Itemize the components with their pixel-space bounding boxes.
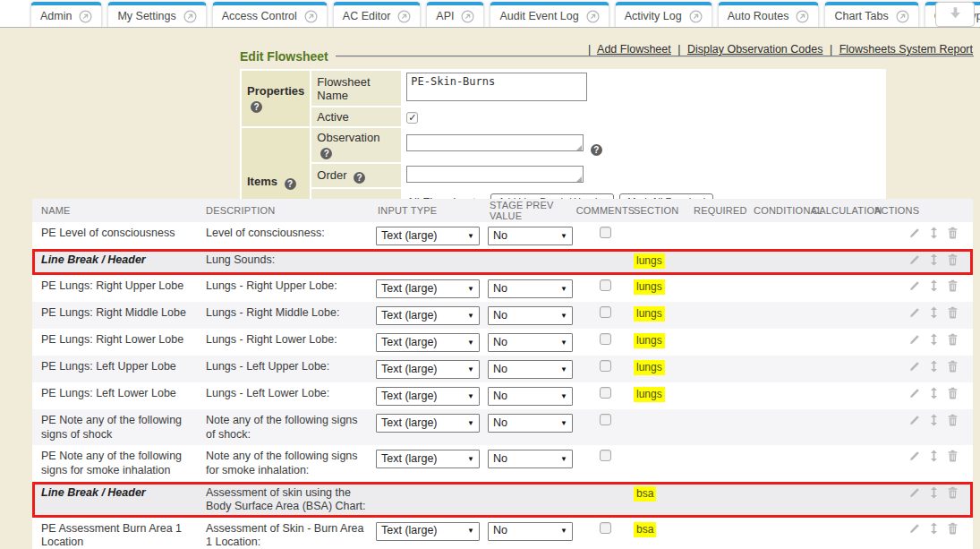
edit-pencil-icon[interactable] (908, 450, 921, 462)
edit-pencil-icon[interactable] (908, 306, 921, 319)
tab-access-control[interactable]: Access Control (212, 2, 328, 27)
flowsheet-name-field[interactable] (406, 73, 587, 101)
open-in-new-window-icon[interactable] (586, 10, 600, 23)
tab-ac-editor[interactable]: AC Editor (333, 2, 422, 27)
edit-pencil-icon[interactable] (908, 253, 921, 266)
input-type-select[interactable]: Text (large) ▼ (376, 450, 480, 468)
row-actions (873, 360, 973, 373)
tab-scroll-button[interactable] (935, 2, 975, 27)
input-type-select[interactable]: Text (large) ▼ (376, 333, 480, 352)
stage-prev-value-select[interactable]: No ▼ (488, 522, 573, 541)
edit-pencil-icon[interactable] (908, 414, 921, 426)
tab-api[interactable]: API (426, 2, 484, 27)
stage-prev-value-select[interactable]: No ▼ (488, 279, 573, 298)
open-in-new-window-icon[interactable] (79, 10, 92, 23)
tab-activity-log[interactable]: Activity Log (615, 2, 712, 27)
delete-trash-icon[interactable] (947, 306, 959, 319)
open-in-new-window-icon[interactable] (304, 10, 318, 23)
edit-pencil-icon[interactable] (908, 227, 921, 239)
header-required: REQUIRED (692, 205, 752, 216)
row-actions (873, 414, 973, 426)
tab-admin[interactable]: Admin (30, 2, 102, 27)
edit-pencil-icon[interactable] (908, 486, 921, 499)
stage-prev-value-select[interactable]: No ▼ (488, 333, 573, 352)
stage-prev-value-select[interactable]: No ▼ (488, 414, 573, 433)
move-vertical-icon[interactable] (930, 360, 938, 373)
comments-checkbox[interactable] (600, 333, 611, 345)
move-vertical-icon[interactable] (930, 279, 938, 292)
open-in-new-window-icon[interactable] (397, 10, 411, 23)
delete-trash-icon[interactable] (947, 486, 959, 499)
header-section: SECTION (632, 205, 692, 216)
delete-trash-icon[interactable] (947, 333, 959, 346)
move-vertical-icon[interactable] (930, 306, 938, 319)
open-in-new-window-icon[interactable] (796, 10, 809, 23)
active-checkbox[interactable]: ✓ (406, 112, 418, 124)
chevron-down-icon: ▼ (467, 365, 474, 374)
stage-prev-value-select[interactable]: No ▼ (488, 360, 573, 379)
input-type-select[interactable]: Text (large) ▼ (376, 227, 480, 245)
tab-label: Auto Routes (728, 10, 789, 22)
input-type-select[interactable]: Text (large) ▼ (376, 306, 480, 325)
properties-group-cell: Properties ? (242, 71, 310, 126)
delete-trash-icon[interactable] (947, 522, 959, 535)
observation-field[interactable] (406, 134, 584, 151)
move-vertical-icon[interactable] (930, 227, 938, 239)
order-help-icon[interactable]: ? (354, 172, 365, 184)
item-description: Lungs - Right Middle Lobe: (206, 306, 376, 321)
move-vertical-icon[interactable] (930, 253, 938, 266)
tab-my-settings[interactable]: My Settings (107, 2, 206, 27)
input-type-select[interactable]: Text (large) ▼ (376, 387, 480, 406)
comments-checkbox[interactable] (600, 522, 611, 534)
delete-trash-icon[interactable] (947, 450, 959, 462)
move-vertical-icon[interactable] (930, 522, 938, 535)
delete-trash-icon[interactable] (947, 387, 959, 399)
edit-pencil-icon[interactable] (908, 333, 921, 346)
input-type-select[interactable]: Text (large) ▼ (376, 522, 480, 541)
delete-trash-icon[interactable] (947, 414, 959, 426)
delete-trash-icon[interactable] (947, 360, 959, 373)
move-vertical-icon[interactable] (930, 387, 938, 399)
open-in-new-window-icon[interactable] (183, 10, 197, 23)
comments-checkbox[interactable] (600, 387, 611, 399)
input-type-select[interactable]: Text (large) ▼ (376, 414, 480, 433)
properties-help-icon[interactable]: ? (251, 101, 262, 113)
edit-pencil-icon[interactable] (908, 387, 921, 399)
input-type-select[interactable]: Text (large) ▼ (376, 279, 480, 298)
move-vertical-icon[interactable] (930, 486, 938, 499)
observation-help-icon[interactable]: ? (320, 148, 332, 159)
row-actions (873, 387, 973, 399)
comments-checkbox[interactable] (600, 279, 611, 291)
open-in-new-window-icon[interactable] (896, 10, 909, 23)
items-help-icon[interactable]: ? (285, 178, 296, 190)
section-badge: lungs (634, 306, 665, 322)
edit-pencil-icon[interactable] (908, 360, 921, 373)
input-type-select[interactable]: Text (large) ▼ (376, 360, 480, 379)
open-in-new-window-icon[interactable] (461, 10, 474, 23)
tab-chart-tabs[interactable]: Chart Tabs (824, 2, 918, 27)
edit-pencil-icon[interactable] (908, 279, 921, 292)
stage-prev-value-select[interactable]: No ▼ (488, 387, 573, 406)
tab-audit-event-log[interactable]: Audit Event Log (490, 2, 609, 27)
header-actions: ACTIONS (873, 205, 973, 216)
comments-checkbox[interactable] (600, 414, 611, 425)
delete-trash-icon[interactable] (947, 253, 959, 266)
stage-prev-value-select[interactable]: No ▼ (488, 227, 573, 245)
move-vertical-icon[interactable] (930, 450, 938, 462)
open-in-new-window-icon[interactable] (689, 10, 703, 23)
comments-checkbox[interactable] (600, 306, 611, 318)
stage-prev-value-select[interactable]: No ▼ (488, 306, 573, 325)
comments-checkbox[interactable] (600, 227, 611, 238)
observation-help-icon-2[interactable]: ? (591, 144, 602, 156)
stage-prev-value-select[interactable]: No ▼ (488, 450, 573, 468)
delete-trash-icon[interactable] (947, 227, 959, 239)
move-vertical-icon[interactable] (930, 414, 938, 426)
stage-prev-value: No (493, 363, 507, 377)
move-vertical-icon[interactable] (930, 333, 938, 346)
delete-trash-icon[interactable] (947, 279, 959, 292)
order-field[interactable] (406, 166, 584, 183)
tab-auto-routes[interactable]: Auto Routes (718, 2, 820, 27)
comments-checkbox[interactable] (600, 360, 611, 372)
edit-pencil-icon[interactable] (908, 522, 921, 535)
comments-checkbox[interactable] (600, 450, 611, 461)
